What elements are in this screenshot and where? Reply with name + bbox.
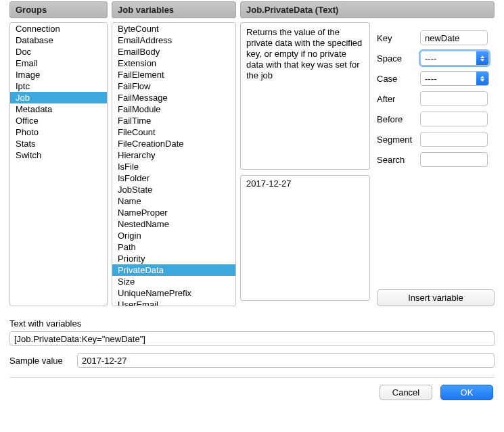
list-item[interactable]: FileCreationDate [112,138,235,149]
list-item[interactable]: Hierarchy [112,149,235,161]
variables-header: Job variables [112,1,236,18]
list-item[interactable]: Photo [10,126,107,138]
sample-value-input[interactable] [77,353,495,368]
text-with-variables-label: Text with variables [9,318,495,329]
param-label-case: Case [377,74,416,84]
sample-value-label: Sample value [9,356,70,366]
detail-header: Job.PrivateData (Text) [240,1,495,18]
list-item[interactable]: Name [112,195,235,207]
segment-input[interactable] [420,132,488,147]
list-item[interactable]: Stats [10,138,107,149]
before-input[interactable] [420,112,488,126]
param-label-before: Before [377,114,416,124]
groups-header: Groups [9,1,108,18]
cancel-button[interactable]: Cancel [380,385,432,400]
param-label-segment: Segment [377,135,416,145]
list-item[interactable]: Origin [112,230,235,241]
groups-panel: Groups ConnectionDatabaseDocEmailImageIp… [9,1,108,306]
chevron-updown-icon [476,72,488,85]
variables-listbox[interactable]: ByteCountEmailAddressEmailBodyExtensionF… [112,22,236,306]
insert-variable-button[interactable]: Insert variable [377,289,495,306]
search-input[interactable] [420,152,488,167]
list-item[interactable]: EmailAddress [112,34,235,46]
param-label-after: After [377,94,416,104]
list-item[interactable]: Doc [10,46,107,57]
list-item[interactable]: Database [10,34,107,46]
list-item[interactable]: Metadata [10,103,107,115]
list-item[interactable]: Path [112,241,235,253]
list-item[interactable]: Extension [112,57,235,69]
list-item[interactable]: Switch [10,149,107,161]
description-box: Returns the value of the private data wi… [240,22,370,170]
key-input[interactable] [420,30,488,45]
list-item[interactable]: EmailBody [112,46,235,57]
list-item[interactable]: Priority [112,253,235,264]
list-item[interactable]: UniqueNamePrefix [112,287,235,299]
space-select[interactable]: ---- [420,51,489,66]
after-input[interactable] [420,91,488,106]
list-item[interactable]: FileCount [112,126,235,138]
list-item[interactable]: FailMessage [112,92,235,103]
chevron-updown-icon [476,51,488,65]
list-item[interactable]: Office [10,115,107,126]
case-select[interactable]: ---- [420,71,489,86]
list-item[interactable]: Email [10,57,107,69]
list-item[interactable]: FailElement [112,69,235,80]
list-item[interactable]: ByteCount [112,23,235,34]
list-item[interactable]: IsFolder [112,172,235,184]
list-item[interactable]: Connection [10,23,107,34]
detail-panel: Job.PrivateData (Text) Returns the value… [240,1,495,306]
ok-button[interactable]: OK [440,385,493,400]
list-item[interactable]: NameProper [112,207,235,218]
list-item[interactable]: FailTime [112,115,235,126]
groups-listbox[interactable]: ConnectionDatabaseDocEmailImageIptcJobMe… [9,22,108,306]
param-label-space: Space [377,53,416,64]
param-label-key: Key [377,33,416,43]
list-item[interactable]: JobState [112,184,235,195]
list-item[interactable]: Size [112,276,235,287]
list-item[interactable]: UserEmail [112,299,235,306]
list-item[interactable]: Job [10,92,107,103]
current-value-box: 2017-12-27 [240,175,370,301]
list-item[interactable]: NestedName [112,218,235,230]
list-item[interactable]: FailFlow [112,80,235,92]
list-item[interactable]: IsFile [112,161,235,172]
list-item[interactable]: Iptc [10,80,107,92]
list-item[interactable]: FailModule [112,103,235,115]
list-item[interactable]: PrivateData [112,264,235,276]
variables-panel: Job variables ByteCountEmailAddressEmail… [112,1,236,306]
list-item[interactable]: Image [10,69,107,80]
param-label-search: Search [377,155,416,165]
divider [9,377,495,378]
text-with-variables-input[interactable] [9,331,495,346]
